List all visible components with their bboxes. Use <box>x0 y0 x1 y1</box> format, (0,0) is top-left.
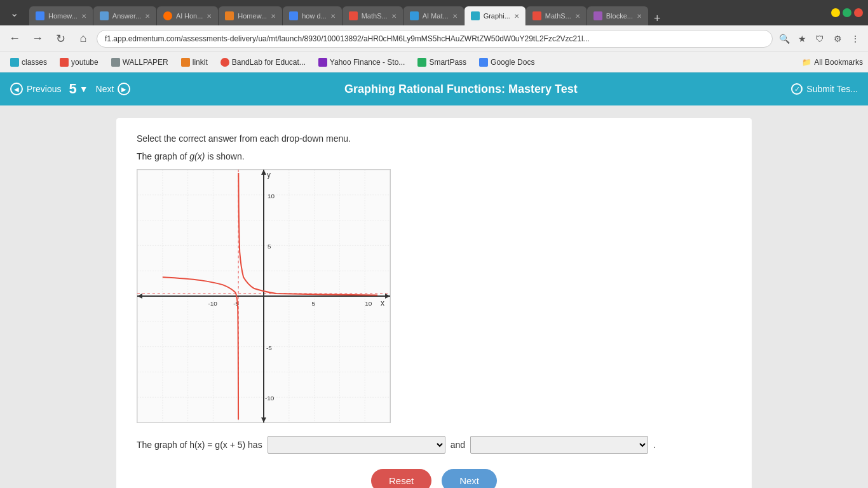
bookmark-bandlab[interactable]: BandLab for Educat... <box>215 57 311 68</box>
tab-favicon-10 <box>593 11 602 20</box>
bookmark-favicon-classes <box>10 58 19 67</box>
bookmark-favicon-google-docs <box>479 58 488 67</box>
bookmark-youtube[interactable]: youtube <box>55 57 104 68</box>
dropdown-prefix-text: The graph of h(x) = g(x + 5) has <box>137 440 262 450</box>
test-title: Graphing Rational Functions: Mastery Tes… <box>138 83 783 96</box>
test-title-text: Graphing Rational Functions: Mastery Tes… <box>344 83 578 95</box>
svg-text:y: y <box>267 170 271 179</box>
reload-button[interactable]: ↻ <box>51 29 70 48</box>
tab-favicon-2 <box>100 11 109 20</box>
submit-test-button[interactable]: ✓ Submit Tes... <box>791 83 858 95</box>
tab-favicon-1 <box>36 11 44 20</box>
address-text: f1.app.edmentum.com/assessments-delivery… <box>105 34 590 43</box>
tab-label-8: Graphi... <box>484 12 510 20</box>
submit-label: Submit Tes... <box>806 84 858 94</box>
new-tab-button[interactable]: + <box>649 12 666 25</box>
bookmarks-bar: classes youtube WALLPAPER linkit BandLab… <box>0 52 868 72</box>
tab-close-7[interactable]: ✕ <box>452 13 458 20</box>
svg-text:-10: -10 <box>208 300 217 307</box>
function-name: g(x) <box>189 151 205 161</box>
tab-label-10: Blocke... <box>606 12 633 20</box>
tab-close-1[interactable]: ✕ <box>81 13 86 20</box>
back-button[interactable]: ← <box>5 29 24 48</box>
dropdown-row: The graph of h(x) = g(x + 5) has and . <box>137 436 731 454</box>
browser-tab-3[interactable]: Al Hon... ✕ <box>157 6 218 25</box>
previous-button[interactable]: ◀ Previous <box>10 83 61 95</box>
close-button[interactable] <box>854 8 863 17</box>
maximize-button[interactable] <box>843 8 851 17</box>
minimize-button[interactable] <box>831 8 840 17</box>
svg-text:5: 5 <box>268 243 271 250</box>
bookmark-classes[interactable]: classes <box>5 57 52 68</box>
window-controls <box>831 8 863 17</box>
tab-label-1: Homew... <box>48 12 78 20</box>
browser-controls: ⌄ <box>5 4 23 22</box>
tab-close-5[interactable]: ✕ <box>330 13 336 20</box>
forward-button[interactable]: → <box>28 29 47 48</box>
tab-list-button[interactable]: ⌄ <box>5 4 23 22</box>
next-button-toolbar[interactable]: Next ▶ <box>96 83 131 95</box>
bookmark-label-smartpass: SmartPass <box>429 58 466 67</box>
graph-container: x y 10 5 -5 -10 -10 -5 5 10 <box>137 169 391 423</box>
dropdown-2[interactable] <box>470 436 648 454</box>
menu-icon[interactable]: ⋮ <box>848 31 863 46</box>
shield-icon[interactable]: 🛡 <box>812 31 827 46</box>
question-dropdown-icon[interactable]: ▼ <box>79 84 88 94</box>
browser-tab-4[interactable]: Homew... ✕ <box>219 6 282 25</box>
reset-button[interactable]: Reset <box>371 469 431 488</box>
bookmark-label-yahoo: Yahoo Finance - Sto... <box>330 58 405 67</box>
svg-text:x: x <box>381 299 384 308</box>
instruction-text: Select the correct answer from each drop… <box>137 133 731 144</box>
all-bookmarks-button[interactable]: 📁 All Bookmarks <box>802 58 863 67</box>
tab-label-7: AI Mat... <box>423 12 449 20</box>
bookmark-linkit[interactable]: linkit <box>176 57 213 68</box>
tab-close-2[interactable]: ✕ <box>145 13 150 20</box>
next-button-main[interactable]: Next <box>442 469 497 488</box>
svg-text:10: 10 <box>268 193 275 200</box>
tab-close-10[interactable]: ✕ <box>637 13 642 20</box>
bookmark-favicon-linkit <box>181 58 190 67</box>
browser-top-bar: ⌄ Homew... ✕ Answer... ✕ Al Hon... ✕ Hom… <box>0 0 868 25</box>
bookmark-label-linkit: linkit <box>193 58 208 67</box>
tab-close-6[interactable]: ✕ <box>391 13 397 20</box>
bookmark-wallpaper[interactable]: WALLPAPER <box>106 57 173 68</box>
period-text: . <box>653 440 656 450</box>
tab-close-9[interactable]: ✕ <box>575 13 580 20</box>
bookmark-google-docs[interactable]: Google Docs <box>474 57 539 68</box>
tab-close-4[interactable]: ✕ <box>271 13 276 20</box>
browser-tab-8[interactable]: Graphi... ✕ <box>465 6 526 25</box>
bookmark-yahoo-finance[interactable]: Yahoo Finance - Sto... <box>313 57 410 68</box>
graph-label: The graph of g(x) is shown. <box>137 151 731 161</box>
bottom-buttons: Reset Next <box>137 469 731 488</box>
address-box[interactable]: f1.app.edmentum.com/assessments-delivery… <box>97 30 773 48</box>
tab-label-5: how d... <box>302 12 327 20</box>
bookmark-favicon-yahoo <box>318 58 327 67</box>
tab-bar: Homew... ✕ Answer... ✕ Al Hon... ✕ Homew… <box>29 0 665 25</box>
browser-tab-6[interactable]: MathS... ✕ <box>342 6 403 25</box>
question-panel: Select the correct answer from each drop… <box>116 118 752 488</box>
browser-tab-9[interactable]: MathS... ✕ <box>526 6 587 25</box>
browser-tab-5[interactable]: how d... ✕ <box>283 6 342 25</box>
browser-tab-7[interactable]: AI Mat... ✕ <box>403 6 464 25</box>
bookmark-label-classes: classes <box>22 58 47 67</box>
extensions-icon[interactable]: ⚙ <box>830 31 845 46</box>
next-icon: ▶ <box>118 83 130 95</box>
tab-label-9: MathS... <box>545 12 571 20</box>
search-icon[interactable]: 🔍 <box>776 31 792 46</box>
tab-favicon-6 <box>349 11 358 20</box>
home-button[interactable]: ⌂ <box>74 29 93 48</box>
tab-label-4: Homew... <box>238 12 267 20</box>
question-number: 5 <box>69 81 76 97</box>
previous-icon: ◀ <box>10 83 23 95</box>
browser-tab-1[interactable]: Homew... ✕ <box>29 6 93 25</box>
all-bookmarks-label: All Bookmarks <box>814 58 863 67</box>
bookmark-smartpass[interactable]: SmartPass <box>412 57 471 68</box>
address-icons: 🔍 ★ 🛡 ⚙ ⋮ <box>776 31 863 46</box>
tab-close-3[interactable]: ✕ <box>207 13 212 20</box>
tab-favicon-3 <box>163 11 172 20</box>
tab-close-8[interactable]: ✕ <box>514 13 519 20</box>
browser-tab-10[interactable]: Blocke... ✕ <box>587 6 648 25</box>
bookmark-star-icon[interactable]: ★ <box>794 31 810 46</box>
browser-tab-2[interactable]: Answer... ✕ <box>93 6 156 25</box>
dropdown-1[interactable] <box>268 436 445 454</box>
